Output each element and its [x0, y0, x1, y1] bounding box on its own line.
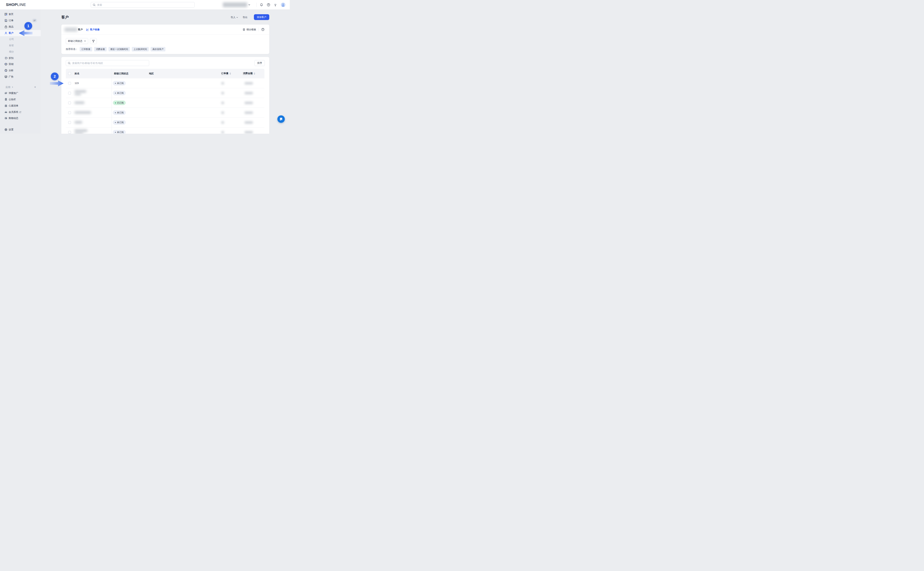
add-app-icon[interactable]: + — [34, 85, 36, 89]
column-header-region: 地区 — [149, 69, 154, 79]
header-divider — [256, 3, 257, 7]
column-header-orders[interactable]: 订单量 — [221, 69, 231, 79]
table-row[interactable]: 未订阅 — [66, 88, 265, 98]
sidebar-item-shopping-activity[interactable]: 购物动态 — [0, 115, 41, 121]
email-subscription-filter-dropdown[interactable]: 邮箱订阅状态 — [66, 38, 88, 44]
shopping-activity-icon — [5, 117, 8, 120]
chevron-down-icon — [236, 17, 238, 18]
amount-value-blurred — [245, 131, 253, 134]
avatar[interactable] — [281, 3, 285, 7]
shopline-admin: SHOPLINE 首页 订单 37 商品 客户 — [0, 0, 290, 134]
segment-template-button[interactable]: 细分模板 — [242, 28, 256, 31]
filter-button[interactable] — [90, 38, 97, 44]
table-row[interactable]: 未订阅 — [66, 117, 265, 127]
chip-last-purchase-time[interactable]: 上次购买时间 — [132, 47, 149, 51]
sort-button[interactable]: 排序 — [254, 60, 265, 66]
chevron-down-icon — [84, 40, 86, 42]
row-checkbox[interactable] — [68, 102, 71, 104]
row-checkbox[interactable] — [68, 121, 71, 124]
chip-high-value-customers[interactable]: 高价值客户 — [151, 47, 165, 51]
annotation-arrow-left — [18, 29, 33, 37]
orders-value-blurred — [222, 121, 224, 124]
sidebar-item-wishlist[interactable]: 心愿清单 — [0, 103, 41, 109]
customers-table-card: 排序 姓名 邮箱订阅状态 地区 订单量 消费金额 123 未订阅 — [62, 57, 269, 134]
wishlist-icon — [5, 104, 8, 107]
amount-value-blurred — [245, 92, 253, 94]
account-name-blurred[interactable] — [223, 2, 247, 7]
orders-value-blurred — [222, 131, 224, 134]
row-checkbox[interactable] — [68, 131, 71, 134]
table-row[interactable]: 未订阅 — [66, 127, 265, 134]
discount-icon — [5, 57, 8, 60]
orders-value-blurred — [222, 92, 224, 94]
amount-value-blurred — [245, 121, 253, 124]
gear-icon — [5, 128, 8, 131]
sidebar-item-settings[interactable]: 设置 — [0, 127, 41, 133]
sidebar-item-ads[interactable]: 广告 — [0, 74, 41, 80]
table-row[interactable]: 未订阅 — [66, 108, 265, 117]
help-circle-icon[interactable] — [261, 28, 265, 31]
subscription-status-badge: 未订阅 — [113, 81, 126, 85]
chip-spend-amount[interactable]: 消费金额 — [94, 47, 106, 51]
table-row[interactable]: 123 未订阅 — [66, 79, 265, 88]
page-title: 客户 — [62, 15, 69, 20]
sort-icons[interactable] — [254, 73, 255, 75]
help-icon[interactable] — [267, 3, 270, 6]
row-checkbox[interactable] — [68, 111, 71, 114]
chip-last-add-to-cart-time[interactable]: 最近一次加购时间 — [108, 47, 130, 51]
status-dot — [115, 132, 116, 133]
tab-customers[interactable]: 客户 — [65, 28, 83, 31]
sidebar-item-marketing[interactable]: 营销 — [0, 61, 41, 67]
status-dot — [115, 83, 116, 84]
column-header-amount[interactable]: 消费金额 — [243, 69, 255, 79]
network-status-icon[interactable] — [274, 3, 277, 6]
status-dot — [115, 122, 116, 123]
sidebar-item-company[interactable]: 公司 — [0, 36, 41, 42]
sidebar-item-analytics[interactable]: 分析 — [0, 67, 41, 74]
table-search[interactable] — [66, 60, 149, 66]
column-header-subscription: 邮箱订阅状态 — [114, 69, 128, 79]
sidebar-item-tags[interactable]: 标签 — [0, 42, 41, 49]
recommended-filters-label: 推荐筛选： — [66, 48, 78, 51]
subscription-status-badge: 未订阅 — [113, 110, 126, 115]
sidebar-item-orders[interactable]: 订单 37 — [0, 17, 41, 24]
sidebar-item-home[interactable]: 首页 — [0, 11, 41, 17]
global-search[interactable] — [91, 2, 195, 8]
analytics-icon — [5, 69, 8, 72]
export-button[interactable]: 导出 — [243, 16, 248, 19]
chat-support-button[interactable] — [277, 116, 285, 123]
orders-value-blurred — [222, 111, 224, 114]
import-button[interactable]: 导入 — [231, 16, 238, 19]
add-customer-button[interactable]: 添加客户 — [254, 14, 269, 20]
sidebar: 首页 订单 37 商品 客户 公司 标签 细分 折扣 营销 分析 — [0, 9, 41, 134]
row-checkbox[interactable] — [68, 82, 71, 85]
sidebar-apps-section[interactable]: 应用 + — [0, 84, 41, 90]
table-row[interactable]: 已订阅 — [66, 98, 265, 108]
subscription-status-badge: 未订阅 — [113, 120, 126, 125]
announcement-icon — [5, 98, 8, 101]
sort-icons[interactable] — [229, 73, 231, 75]
home-icon — [5, 13, 8, 16]
row-checkbox[interactable] — [68, 92, 71, 94]
notifications-bell-icon[interactable] — [260, 3, 263, 6]
chevron-down-icon[interactable] — [248, 4, 250, 6]
select-all-checkbox[interactable] — [68, 72, 71, 75]
chip-order-count[interactable]: 订单数量 — [80, 47, 92, 51]
customer-name[interactable]: 123 — [75, 82, 79, 85]
orders-icon — [5, 19, 8, 22]
table-search-input[interactable] — [72, 62, 147, 65]
funnel-icon — [92, 40, 95, 43]
customer-name-blurred — [75, 102, 84, 104]
sidebar-item-discounts[interactable]: 折扣 — [0, 55, 41, 61]
sidebar-item-popup-promo[interactable]: 弹窗推广 — [0, 90, 41, 96]
global-search-input[interactable] — [97, 3, 192, 6]
sidebar-item-segments[interactable]: 细分 — [0, 49, 41, 55]
tab-customer-profile[interactable]: 客户画像 — [86, 28, 100, 31]
amount-value-blurred — [245, 82, 253, 85]
shopline-logo[interactable]: SHOPLINE — [6, 2, 26, 7]
sidebar-item-membership[interactable]: 会员系统 — [0, 109, 41, 115]
sidebar-item-announcement-bar[interactable]: 公告栏 — [0, 96, 41, 103]
orders-count-badge: 37 — [32, 19, 37, 22]
sidebar-item-products[interactable]: 商品 — [0, 24, 41, 30]
chat-bubble-icon — [279, 117, 283, 121]
